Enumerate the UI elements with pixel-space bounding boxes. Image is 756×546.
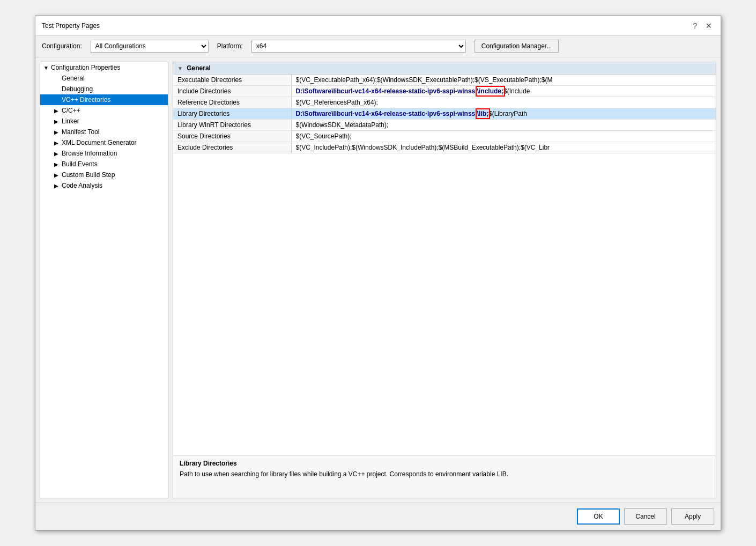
cancel-button[interactable]: Cancel (624, 508, 667, 525)
tree-arrow: ▶ (54, 161, 62, 167)
dialog-title: Test Property Pages (42, 22, 100, 29)
bottom-buttons: OK Cancel Apply (35, 503, 721, 530)
title-bar: Test Property Pages ? ✕ (35, 16, 721, 35)
info-description: Path to use when searching for library f… (180, 469, 709, 479)
tree-arrow: ▶ (54, 172, 62, 178)
section-header-cell: ▼ General (173, 62, 716, 75)
info-panel: Library Directories Path to use when sea… (173, 455, 716, 498)
platform-select[interactable]: x64 (251, 40, 466, 53)
tree-item-label: Debugging (62, 85, 93, 93)
prop-value: $(VC_SourcePath); (291, 131, 716, 142)
table-row[interactable]: Exclude Directories$(VC_IncludePath);$(W… (173, 142, 716, 153)
tree-arrow: ▶ (54, 140, 62, 146)
table-row[interactable]: Reference Directories$(VC_ReferencesPath… (173, 97, 716, 108)
tree-item-linker[interactable]: ▶Linker (40, 116, 168, 127)
prop-name: Executable Directories (173, 75, 291, 86)
tree-item-xml-doc[interactable]: ▶XML Document Generator (40, 137, 168, 148)
config-manager-button[interactable]: Configuration Manager... (475, 40, 559, 53)
tree-item-debugging[interactable]: Debugging (40, 84, 168, 94)
tree-item-code-analysis[interactable]: ▶Code Analysis (40, 180, 168, 191)
properties-grid: ▼ General (173, 62, 716, 75)
value-highlighted: \include; (477, 87, 503, 95)
tree-item-general[interactable]: General (40, 73, 168, 84)
tree-arrow: ▶ (54, 151, 62, 157)
close-button[interactable]: ✕ (703, 20, 714, 31)
property-rows: Executable Directories$(VC_ExecutablePat… (173, 75, 716, 153)
prop-name: Source Directories (173, 131, 291, 142)
info-title: Library Directories (180, 460, 709, 467)
table-row[interactable]: Include DirectoriesD:\Software\libcurl-v… (173, 86, 716, 97)
tree-item-label: VC++ Directories (62, 96, 110, 104)
left-panel: ▼Configuration PropertiesGeneralDebuggin… (40, 62, 168, 498)
help-button[interactable]: ? (691, 20, 699, 31)
main-content: ▼Configuration PropertiesGeneralDebuggin… (35, 57, 721, 503)
prop-name: Reference Directories (173, 97, 291, 108)
value-before: D:\Software\libcurl-vc14-x64-release-sta… (296, 87, 477, 95)
tree-item-vc-dirs[interactable]: VC++ Directories (40, 94, 168, 105)
section-label: General (187, 64, 211, 72)
properties-table: ▼ General Executable Directories$(VC_Exe… (173, 62, 716, 455)
tree-item-label: Build Events (62, 160, 98, 168)
tree-arrow: ▶ (54, 108, 62, 114)
tree-item-cpp[interactable]: ▶C/C++ (40, 105, 168, 116)
tree-item-config-props[interactable]: ▼Configuration Properties (40, 62, 168, 73)
platform-label: Platform: (217, 42, 243, 50)
table-row[interactable]: Executable Directories$(VC_ExecutablePat… (173, 75, 716, 86)
tree-item-custom-build[interactable]: ▶Custom Build Step (40, 169, 168, 180)
config-select[interactable]: All Configurations (91, 40, 209, 53)
value-after: $(Include (503, 87, 530, 95)
tree-item-label: Linker (62, 117, 79, 125)
property-pages-dialog: Test Property Pages ? ✕ Configuration: A… (35, 16, 721, 530)
tree-item-label: Code Analysis (62, 182, 102, 189)
tree-item-browse-info[interactable]: ▶Browse Information (40, 148, 168, 159)
tree-item-label: Configuration Properties (51, 64, 120, 71)
toolbar: Configuration: All Configurations Platfo… (35, 35, 721, 57)
prop-rows-table: Executable Directories$(VC_ExecutablePat… (173, 75, 716, 153)
value-before: D:\Software\libcurl-vc14-x64-release-sta… (296, 110, 477, 117)
prop-value: $(WindowsSDK_MetadataPath); (291, 120, 716, 131)
tree-arrow: ▶ (54, 129, 62, 135)
apply-button[interactable]: Apply (671, 508, 714, 525)
ok-button[interactable]: OK (577, 508, 620, 525)
prop-value: $(VC_IncludePath);$(WindowsSDK_IncludePa… (291, 142, 716, 153)
tree-item-label: Custom Build Step (62, 171, 115, 179)
tree-item-build-events[interactable]: ▶Build Events (40, 159, 168, 169)
tree-item-manifest-tool[interactable]: ▶Manifest Tool (40, 127, 168, 137)
tree-item-label: Manifest Tool (62, 128, 99, 136)
prop-name: Library Directories (173, 108, 291, 120)
table-row[interactable]: Source Directories$(VC_SourcePath); (173, 131, 716, 142)
tree-item-label: Browse Information (62, 150, 117, 157)
tree-item-label: General (62, 75, 85, 82)
right-panel: ▼ General Executable Directories$(VC_Exe… (173, 62, 716, 498)
value-highlighted: \lib; (477, 110, 488, 117)
tree-item-label: XML Document Generator (62, 139, 137, 146)
section-arrow: ▼ (177, 65, 183, 71)
prop-name: Exclude Directories (173, 142, 291, 153)
value-after: $(LibraryPath (488, 110, 527, 117)
table-row[interactable]: Library DirectoriesD:\Software\libcurl-v… (173, 108, 716, 120)
prop-value: D:\Software\libcurl-vc14-x64-release-sta… (291, 86, 716, 97)
table-row[interactable]: Library WinRT Directories$(WindowsSDK_Me… (173, 120, 716, 131)
prop-value: D:\Software\libcurl-vc14-x64-release-sta… (291, 108, 716, 120)
prop-value: $(VC_ReferencesPath_x64); (291, 97, 716, 108)
prop-name: Library WinRT Directories (173, 120, 291, 131)
tree-arrow: ▼ (43, 65, 51, 71)
tree-arrow: ▶ (54, 183, 62, 189)
prop-value: $(VC_ExecutablePath_x64);$(WindowsSDK_Ex… (291, 75, 716, 86)
tree: ▼Configuration PropertiesGeneralDebuggin… (40, 62, 168, 191)
section-header-row: ▼ General (173, 62, 716, 75)
title-bar-buttons: ? ✕ (691, 20, 714, 31)
tree-item-label: C/C++ (62, 107, 80, 114)
prop-name: Include Directories (173, 86, 291, 97)
config-label: Configuration: (42, 42, 82, 50)
tree-arrow: ▶ (54, 119, 62, 124)
